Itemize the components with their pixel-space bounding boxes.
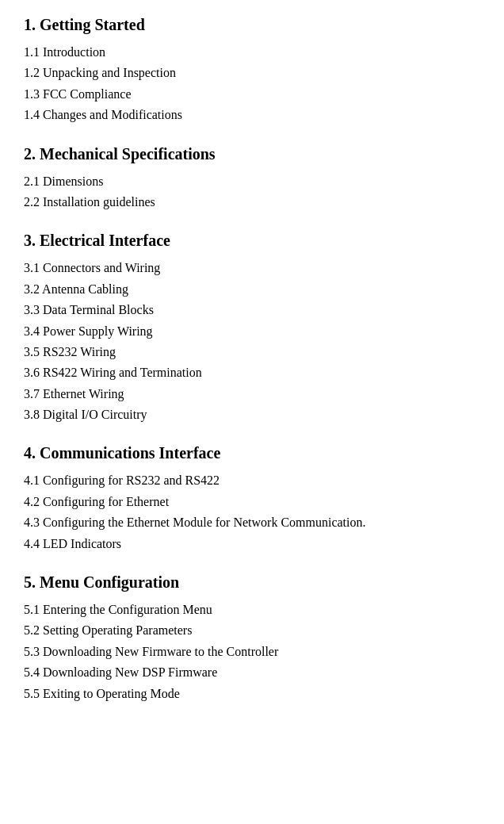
section-heading-5: 5. Menu Configuration [24, 573, 480, 592]
toc-group-2: 2.1 Dimensions2.2 Installation guideline… [24, 171, 480, 213]
toc-item-3-7[interactable]: 3.7 Ethernet Wiring [24, 384, 480, 404]
toc-item-2-1[interactable]: 2.1 Dimensions [24, 171, 480, 192]
toc-item-3-1[interactable]: 3.1 Connectors and Wiring [24, 258, 480, 278]
section-heading-1: 1. Getting Started [24, 16, 480, 34]
section-heading-2: 2. Mechanical Specifications [24, 145, 480, 163]
toc-item-4-1[interactable]: 4.1 Configuring for RS232 and RS422 [24, 470, 480, 491]
toc-item-5-3[interactable]: 5.3 Downloading New Firmware to the Cont… [24, 642, 480, 662]
toc-item-1-3[interactable]: 1.3 FCC Compliance [24, 84, 480, 105]
toc-item-4-2[interactable]: 4.2 Configuring for Ethernet [24, 492, 480, 512]
toc-item-3-5[interactable]: 3.5 RS232 Wiring [24, 342, 480, 362]
toc-item-3-4[interactable]: 3.4 Power Supply Wiring [24, 321, 480, 342]
toc-group-4: 4.1 Configuring for RS232 and RS4224.2 C… [24, 470, 480, 554]
toc-item-1-1[interactable]: 1.1 Introduction [24, 42, 480, 63]
toc-item-5-1[interactable]: 5.1 Entering the Configuration Menu [24, 600, 480, 620]
toc-item-2-2[interactable]: 2.2 Installation guidelines [24, 192, 480, 213]
toc-group-5: 5.1 Entering the Configuration Menu5.2 S… [24, 600, 480, 704]
toc-item-1-2[interactable]: 1.2 Unpacking and Inspection [24, 63, 480, 83]
toc-item-1-4[interactable]: 1.4 Changes and Modifications [24, 105, 480, 125]
toc-item-5-4[interactable]: 5.4 Downloading New DSP Firmware [24, 662, 480, 683]
toc-item-3-6[interactable]: 3.6 RS422 Wiring and Termination [24, 362, 480, 383]
toc-item-5-2[interactable]: 5.2 Setting Operating Parameters [24, 620, 480, 641]
section-heading-3: 3. Electrical Interface [24, 232, 480, 250]
toc-item-3-2[interactable]: 3.2 Antenna Cabling [24, 279, 480, 300]
toc-item-4-3[interactable]: 4.3 Configuring the Ethernet Module for … [24, 512, 480, 533]
toc-item-3-3[interactable]: 3.3 Data Terminal Blocks [24, 300, 480, 320]
toc-item-5-5[interactable]: 5.5 Exiting to Operating Mode [24, 684, 480, 704]
toc-item-3-8[interactable]: 3.8 Digital I/O Circuitry [24, 404, 480, 425]
table-of-contents: 1. Getting Started1.1 Introduction1.2 Un… [24, 16, 480, 704]
section-heading-4: 4. Communications Interface [24, 444, 480, 462]
toc-group-3: 3.1 Connectors and Wiring3.2 Antenna Cab… [24, 258, 480, 425]
toc-group-1: 1.1 Introduction1.2 Unpacking and Inspec… [24, 42, 480, 126]
toc-item-4-4[interactable]: 4.4 LED Indicators [24, 534, 480, 554]
